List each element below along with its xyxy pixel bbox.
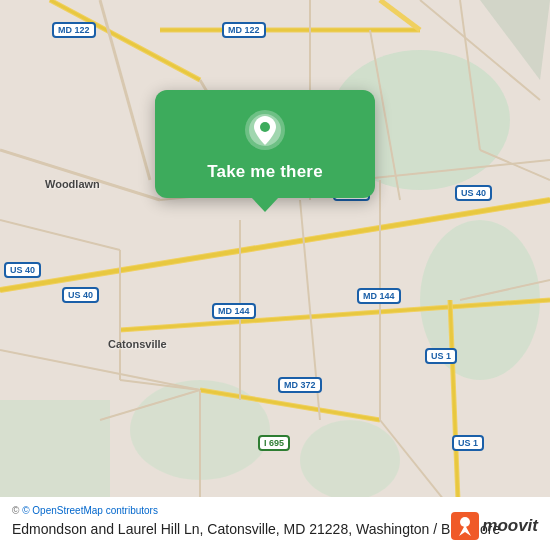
badge-us40-2: US 40 <box>455 185 492 201</box>
svg-point-5 <box>300 420 400 500</box>
moovit-icon <box>451 512 479 540</box>
badge-i695: I 695 <box>258 435 290 451</box>
badge-md122-2: MD 122 <box>222 22 266 38</box>
location-popup: Take me there <box>155 90 375 198</box>
badge-us1-2: US 1 <box>452 435 484 451</box>
place-label-woodlawn: Woodlawn <box>45 178 100 190</box>
take-me-there-button[interactable]: Take me there <box>207 162 323 182</box>
location-pin-icon <box>243 108 287 152</box>
svg-point-41 <box>260 122 270 132</box>
badge-us1-1: US 1 <box>425 348 457 364</box>
badge-md372: MD 372 <box>278 377 322 393</box>
moovit-text: moovit <box>482 516 538 536</box>
badge-md144-1: MD 144 <box>212 303 256 319</box>
bottom-bar: © © OpenStreetMap contributors Edmondson… <box>0 497 550 550</box>
badge-md122-1: MD 122 <box>52 22 96 38</box>
svg-rect-3 <box>0 400 110 500</box>
place-label-catonsville: Catonsville <box>108 338 167 350</box>
map-container: Woodlawn Catonsville MD 122 MD 122 US 40… <box>0 0 550 550</box>
map-background <box>0 0 550 550</box>
badge-us40-4: US 40 <box>62 287 99 303</box>
badge-md144-2: MD 144 <box>357 288 401 304</box>
osm-link[interactable]: © OpenStreetMap contributors <box>22 505 158 516</box>
badge-us40-3: US 40 <box>4 262 41 278</box>
osm-copyright-symbol: © <box>12 505 19 516</box>
moovit-logo: moovit <box>451 512 538 540</box>
